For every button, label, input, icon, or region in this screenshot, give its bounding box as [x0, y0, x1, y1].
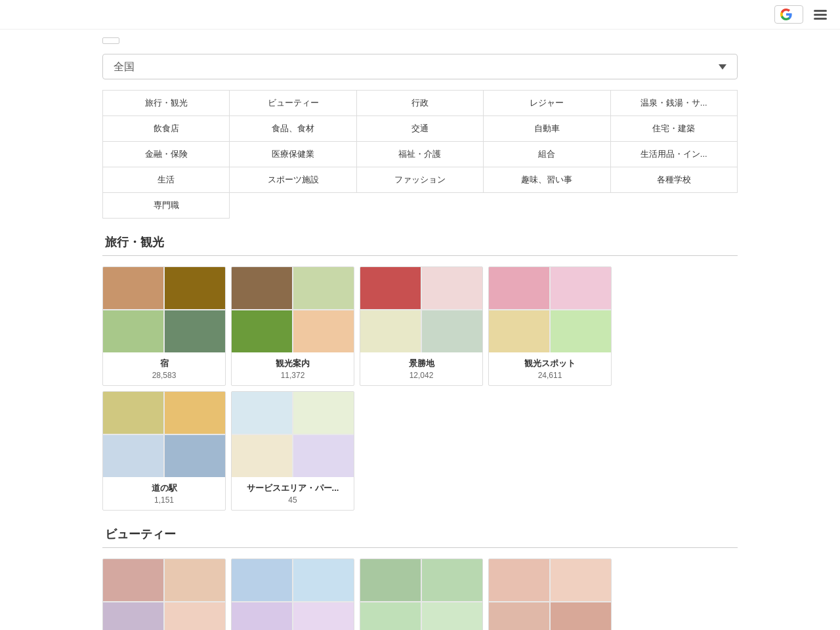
thumb-cell [103, 267, 163, 309]
card-count: 11,372 [237, 371, 348, 380]
card[interactable]: 景勝地12,042 [360, 266, 483, 386]
thumb-cell [422, 310, 482, 352]
thumb-cell [165, 310, 225, 352]
category-cell[interactable]: 趣味、習い事 [484, 167, 610, 193]
region-selector[interactable]: 全国 北海道 東北 関東 中部 近畿 中国 四国 九州 沖縄 [102, 54, 738, 79]
card-thumbnail [232, 392, 354, 477]
card-name: 道の駅 [108, 482, 220, 494]
card[interactable]: 道の駅1,151 [102, 391, 226, 511]
card-count: 12,042 [366, 371, 477, 380]
thumb-cell [551, 310, 611, 352]
thumb-cell [165, 435, 225, 477]
category-grid: 旅行・観光ビューティー行政レジャー温泉・銭湯・サ...飲食店食品、食材交通自動車… [102, 90, 738, 219]
thumb-cell [293, 435, 354, 477]
thumb-cell [232, 602, 292, 630]
thumb-cell [489, 602, 549, 630]
card-info: 道の駅1,151 [103, 477, 225, 510]
card-count: 28,583 [108, 371, 220, 380]
thumb-cell [293, 602, 354, 630]
card[interactable] [102, 558, 226, 630]
main-content: 全国 北海道 東北 関東 中部 近畿 中国 四国 九州 沖縄 旅行・観光ビューテ… [92, 30, 748, 630]
thumb-cell [360, 602, 421, 630]
thumb-cell [103, 392, 163, 434]
language-selector[interactable] [774, 5, 803, 24]
section-title: 旅行・観光 [102, 234, 738, 250]
thumb-cell [360, 267, 421, 309]
card-thumbnail [489, 559, 611, 630]
card-name: 景勝地 [366, 358, 477, 369]
breadcrumb[interactable] [102, 37, 119, 44]
thumb-cell [293, 392, 354, 434]
list-view-icon[interactable] [811, 7, 830, 22]
category-cell[interactable]: ファッション [356, 167, 483, 193]
category-cell[interactable]: 各種学校 [610, 167, 737, 193]
category-cell[interactable]: 組合 [484, 142, 610, 167]
thumb-cell [103, 602, 163, 630]
card[interactable]: サービスエリア・パー...45 [231, 391, 354, 511]
category-cell[interactable]: スポーツ施設 [230, 167, 356, 193]
card[interactable]: 観光案内11,372 [231, 266, 354, 386]
category-cell[interactable]: 温泉・銭湯・サ... [610, 91, 737, 116]
thumb-cell [103, 435, 163, 477]
header [0, 0, 840, 30]
card-grid: 宿28,583観光案内11,372景勝地12,042観光スポット24,611道の… [102, 266, 738, 511]
thumb-cell [360, 310, 421, 352]
card-thumbnail [232, 559, 354, 630]
card-thumbnail [103, 392, 225, 477]
category-cell[interactable]: 住宅・建築 [610, 116, 737, 142]
card-info: 宿28,583 [103, 352, 225, 385]
category-cell[interactable]: ビューティー [230, 91, 356, 116]
category-cell[interactable]: レジャー [484, 91, 610, 116]
card-name: 宿 [108, 358, 220, 369]
category-cell[interactable]: 生活 [103, 167, 230, 193]
category-cell[interactable]: 食品、食材 [230, 116, 356, 142]
card-info: 観光案内11,372 [232, 352, 354, 385]
thumb-cell [165, 392, 225, 434]
card[interactable] [231, 558, 354, 630]
thumb-cell [293, 310, 354, 352]
category-cell[interactable]: 福祉・介護 [356, 142, 483, 167]
card-count: 24,611 [494, 371, 606, 380]
thumb-cell [422, 602, 482, 630]
category-cell[interactable]: 行政 [356, 91, 483, 116]
category-cell[interactable]: 交通 [356, 116, 483, 142]
card[interactable] [488, 558, 612, 630]
thumb-cell [551, 267, 611, 309]
category-cell[interactable]: 飲食店 [103, 116, 230, 142]
card-name: サービスエリア・パー... [237, 482, 348, 494]
card-thumbnail [103, 559, 225, 630]
thumb-cell [422, 559, 482, 601]
thumb-cell [489, 267, 549, 309]
card-count: 45 [237, 495, 348, 505]
thumb-cell [165, 559, 225, 601]
card[interactable]: 宿28,583 [102, 266, 226, 386]
card-info: 観光スポット24,611 [489, 352, 611, 385]
section-divider [102, 547, 738, 548]
card-name: 観光案内 [237, 358, 348, 369]
category-cell[interactable]: 旅行・観光 [103, 91, 230, 116]
category-cell[interactable]: 自動車 [484, 116, 610, 142]
card-info: 景勝地12,042 [360, 352, 482, 385]
category-cell[interactable]: 金融・保険 [103, 142, 230, 167]
category-cell [356, 193, 483, 219]
card-info: サービスエリア・パー...45 [232, 477, 354, 510]
card-thumbnail [489, 267, 611, 352]
thumb-cell [489, 559, 549, 601]
thumb-cell [551, 602, 611, 630]
header-right [774, 5, 830, 24]
thumb-cell [422, 267, 482, 309]
card-grid [102, 558, 738, 630]
category-cell[interactable]: 生活用品・イン... [610, 142, 737, 167]
thumb-cell [551, 559, 611, 601]
category-cell[interactable]: 医療保健業 [230, 142, 356, 167]
thumb-cell [232, 310, 292, 352]
card-count: 1,151 [108, 495, 220, 505]
card[interactable]: 観光スポット24,611 [488, 266, 612, 386]
category-cell [610, 193, 737, 219]
thumb-cell [232, 435, 292, 477]
thumb-cell [293, 559, 354, 601]
category-cell[interactable]: 専門職 [103, 193, 230, 219]
card[interactable] [360, 558, 483, 630]
category-cell [484, 193, 610, 219]
category-cell [230, 193, 356, 219]
